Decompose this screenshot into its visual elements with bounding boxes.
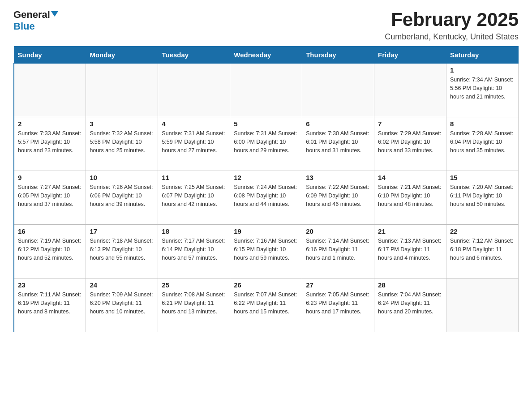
calendar-cell: 4Sunrise: 7:31 AM Sunset: 5:59 PM Daylig…	[158, 117, 230, 171]
calendar-cell: 26Sunrise: 7:07 AM Sunset: 6:22 PM Dayli…	[230, 278, 302, 332]
header-saturday: Saturday	[446, 47, 519, 64]
day-number: 23	[18, 281, 82, 289]
day-number: 7	[378, 120, 442, 128]
calendar-cell: 2Sunrise: 7:33 AM Sunset: 5:57 PM Daylig…	[14, 117, 86, 171]
calendar-cell: 15Sunrise: 7:20 AM Sunset: 6:11 PM Dayli…	[446, 171, 519, 225]
day-number: 9	[18, 174, 82, 181]
logo-blue: Blue	[13, 21, 35, 32]
calendar-cell: 12Sunrise: 7:24 AM Sunset: 6:08 PM Dayli…	[230, 171, 302, 225]
day-info: Sunrise: 7:21 AM Sunset: 6:10 PM Dayligh…	[378, 183, 442, 208]
day-info: Sunrise: 7:13 AM Sunset: 6:17 PM Dayligh…	[378, 237, 442, 262]
header-row: SundayMondayTuesdayWednesdayThursdayFrid…	[14, 47, 519, 64]
day-number: 10	[90, 174, 154, 181]
calendar-cell: 23Sunrise: 7:11 AM Sunset: 6:19 PM Dayli…	[14, 278, 86, 332]
day-number: 13	[306, 174, 370, 181]
day-number: 4	[162, 120, 226, 128]
calendar-cell	[14, 64, 86, 117]
day-info: Sunrise: 7:22 AM Sunset: 6:09 PM Dayligh…	[306, 183, 370, 208]
day-info: Sunrise: 7:25 AM Sunset: 6:07 PM Dayligh…	[162, 183, 226, 208]
calendar-header: SundayMondayTuesdayWednesdayThursdayFrid…	[14, 47, 519, 64]
week-row-4: 23Sunrise: 7:11 AM Sunset: 6:19 PM Dayli…	[14, 278, 519, 332]
day-number: 1	[450, 66, 515, 74]
day-number: 15	[450, 174, 515, 181]
calendar-cell: 20Sunrise: 7:14 AM Sunset: 6:16 PM Dayli…	[302, 225, 374, 278]
calendar-cell: 9Sunrise: 7:27 AM Sunset: 6:05 PM Daylig…	[14, 171, 86, 225]
day-number: 14	[378, 174, 442, 181]
calendar-cell: 24Sunrise: 7:09 AM Sunset: 6:20 PM Dayli…	[86, 278, 158, 332]
calendar-cell: 6Sunrise: 7:30 AM Sunset: 6:01 PM Daylig…	[302, 117, 374, 171]
calendar-cell: 7Sunrise: 7:29 AM Sunset: 6:02 PM Daylig…	[374, 117, 446, 171]
day-number: 24	[90, 281, 154, 289]
calendar-cell: 21Sunrise: 7:13 AM Sunset: 6:17 PM Dayli…	[374, 225, 446, 278]
week-row-1: 2Sunrise: 7:33 AM Sunset: 5:57 PM Daylig…	[14, 117, 519, 171]
day-info: Sunrise: 7:24 AM Sunset: 6:08 PM Dayligh…	[234, 183, 298, 208]
calendar-subtitle: Cumberland, Kentucky, United States	[385, 32, 519, 42]
day-number: 5	[234, 120, 298, 128]
calendar-cell: 16Sunrise: 7:19 AM Sunset: 6:12 PM Dayli…	[14, 225, 86, 278]
day-info: Sunrise: 7:26 AM Sunset: 6:06 PM Dayligh…	[90, 183, 154, 208]
day-info: Sunrise: 7:07 AM Sunset: 6:22 PM Dayligh…	[234, 291, 298, 316]
day-info: Sunrise: 7:08 AM Sunset: 6:21 PM Dayligh…	[162, 291, 226, 316]
day-info: Sunrise: 7:18 AM Sunset: 6:13 PM Dayligh…	[90, 237, 154, 262]
calendar-cell: 18Sunrise: 7:17 AM Sunset: 6:14 PM Dayli…	[158, 225, 230, 278]
calendar-cell: 22Sunrise: 7:12 AM Sunset: 6:18 PM Dayli…	[446, 225, 519, 278]
day-number: 20	[306, 227, 370, 235]
header-wednesday: Wednesday	[230, 47, 302, 64]
day-number: 25	[162, 281, 226, 289]
calendar-table: SundayMondayTuesdayWednesdayThursdayFrid…	[13, 46, 519, 332]
calendar-cell: 5Sunrise: 7:31 AM Sunset: 6:00 PM Daylig…	[230, 117, 302, 171]
calendar-cell: 17Sunrise: 7:18 AM Sunset: 6:13 PM Dayli…	[86, 225, 158, 278]
calendar-cell: 25Sunrise: 7:08 AM Sunset: 6:21 PM Dayli…	[158, 278, 230, 332]
calendar-cell	[86, 64, 158, 117]
calendar-cell: 19Sunrise: 7:16 AM Sunset: 6:15 PM Dayli…	[230, 225, 302, 278]
calendar-cell: 28Sunrise: 7:04 AM Sunset: 6:24 PM Dayli…	[374, 278, 446, 332]
calendar-cell: 10Sunrise: 7:26 AM Sunset: 6:06 PM Dayli…	[86, 171, 158, 225]
calendar-cell: 11Sunrise: 7:25 AM Sunset: 6:07 PM Dayli…	[158, 171, 230, 225]
day-info: Sunrise: 7:31 AM Sunset: 5:59 PM Dayligh…	[162, 129, 226, 154]
logo-general: General	[13, 9, 50, 21]
calendar-body: 1Sunrise: 7:34 AM Sunset: 5:56 PM Daylig…	[14, 64, 519, 332]
day-info: Sunrise: 7:20 AM Sunset: 6:11 PM Dayligh…	[450, 183, 515, 208]
day-info: Sunrise: 7:33 AM Sunset: 5:57 PM Dayligh…	[18, 129, 82, 154]
calendar-cell	[158, 64, 230, 117]
day-number: 6	[306, 120, 370, 128]
week-row-0: 1Sunrise: 7:34 AM Sunset: 5:56 PM Daylig…	[14, 64, 519, 117]
day-number: 16	[18, 227, 82, 235]
calendar-cell: 13Sunrise: 7:22 AM Sunset: 6:09 PM Dayli…	[302, 171, 374, 225]
calendar-cell: 1Sunrise: 7:34 AM Sunset: 5:56 PM Daylig…	[446, 64, 519, 117]
header-sunday: Sunday	[14, 47, 86, 64]
day-info: Sunrise: 7:28 AM Sunset: 6:04 PM Dayligh…	[450, 129, 515, 154]
day-number: 11	[162, 174, 226, 181]
day-number: 3	[90, 120, 154, 128]
day-number: 26	[234, 281, 298, 289]
header-friday: Friday	[374, 47, 446, 64]
calendar-cell: 3Sunrise: 7:32 AM Sunset: 5:58 PM Daylig…	[86, 117, 158, 171]
day-info: Sunrise: 7:14 AM Sunset: 6:16 PM Dayligh…	[306, 237, 370, 262]
logo-triangle-icon	[51, 11, 58, 17]
day-number: 2	[18, 120, 82, 128]
calendar-cell	[302, 64, 374, 117]
calendar-title: February 2025	[385, 9, 519, 30]
day-number: 28	[378, 281, 442, 289]
day-info: Sunrise: 7:05 AM Sunset: 6:23 PM Dayligh…	[306, 291, 370, 316]
header-monday: Monday	[86, 47, 158, 64]
header-thursday: Thursday	[302, 47, 374, 64]
title-area: February 2025 Cumberland, Kentucky, Unit…	[385, 9, 519, 42]
calendar-cell	[230, 64, 302, 117]
day-info: Sunrise: 7:31 AM Sunset: 6:00 PM Dayligh…	[234, 129, 298, 154]
day-info: Sunrise: 7:19 AM Sunset: 6:12 PM Dayligh…	[18, 237, 82, 262]
day-info: Sunrise: 7:29 AM Sunset: 6:02 PM Dayligh…	[378, 129, 442, 154]
day-number: 18	[162, 227, 226, 235]
day-info: Sunrise: 7:04 AM Sunset: 6:24 PM Dayligh…	[378, 291, 442, 316]
day-number: 8	[450, 120, 515, 128]
day-info: Sunrise: 7:30 AM Sunset: 6:01 PM Dayligh…	[306, 129, 370, 154]
day-number: 17	[90, 227, 154, 235]
calendar-cell	[446, 278, 519, 332]
day-number: 12	[234, 174, 298, 181]
calendar-cell: 8Sunrise: 7:28 AM Sunset: 6:04 PM Daylig…	[446, 117, 519, 171]
day-info: Sunrise: 7:16 AM Sunset: 6:15 PM Dayligh…	[234, 237, 298, 262]
calendar-cell: 14Sunrise: 7:21 AM Sunset: 6:10 PM Dayli…	[374, 171, 446, 225]
day-info: Sunrise: 7:11 AM Sunset: 6:19 PM Dayligh…	[18, 291, 82, 316]
week-row-3: 16Sunrise: 7:19 AM Sunset: 6:12 PM Dayli…	[14, 225, 519, 278]
day-info: Sunrise: 7:09 AM Sunset: 6:20 PM Dayligh…	[90, 291, 154, 316]
